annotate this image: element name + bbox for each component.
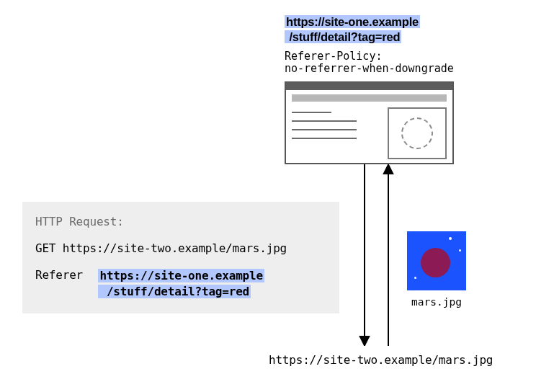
- mars-image-icon: [407, 231, 466, 290]
- request-response-arrows-icon: [352, 164, 403, 346]
- page-url: https://site-one.example /stuff/detail?t…: [285, 14, 420, 44]
- referer-value-line1: https://site-one.example: [98, 269, 264, 282]
- referrer-policy-text: Referer-Policy: no-referrer-when-downgra…: [285, 50, 454, 76]
- browser-address-bar-icon: [292, 94, 447, 102]
- browser-window-icon: [285, 81, 454, 164]
- referer-value: https://site-one.example /stuff/detail?t…: [98, 268, 264, 299]
- http-request-box: HTTP Request: GET https://site-two.examp…: [22, 202, 339, 313]
- resource-url: https://site-two.example/mars.jpg: [269, 353, 493, 367]
- http-request-title: HTTP Request:: [35, 215, 326, 228]
- browser-body-icon: [292, 107, 447, 157]
- page-url-line1: https://site-one.example: [285, 15, 420, 28]
- browser-chrome-icon: [286, 83, 452, 90]
- http-request-get-line: GET https://site-two.example/mars.jpg: [35, 241, 326, 255]
- http-request-referer-row: Referer https://site-one.example /stuff/…: [35, 268, 326, 299]
- referer-value-line2: /stuff/detail?tag=red: [98, 285, 251, 298]
- mars-image-block: mars.jpg: [407, 231, 466, 308]
- dashed-circle-icon: [401, 117, 433, 149]
- text-lines-icon: [292, 112, 357, 146]
- mars-caption: mars.jpg: [407, 296, 466, 308]
- page-url-line2: /stuff/detail?tag=red: [285, 30, 401, 43]
- referer-label: Referer: [35, 268, 83, 282]
- image-placeholder-icon: [388, 107, 447, 159]
